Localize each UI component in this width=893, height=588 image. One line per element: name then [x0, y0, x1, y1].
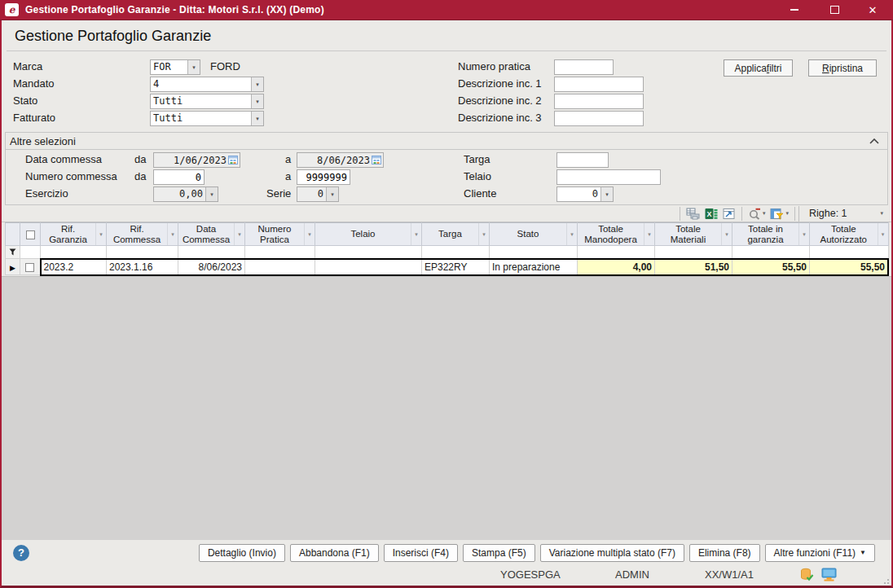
column-dropdown-icon[interactable]: ▾: [878, 223, 888, 245]
marca-combo[interactable]: FOR ▾: [150, 59, 200, 75]
minimize-button[interactable]: [776, 0, 813, 20]
applica-filtri-button[interactable]: Applica filtri: [724, 59, 793, 77]
toolbar-separator: [794, 207, 795, 221]
descrizione1-input[interactable]: [554, 77, 644, 92]
data-commessa-da-field[interactable]: 1/06/2023: [153, 152, 240, 168]
chevron-down-icon[interactable]: ▾: [251, 94, 263, 108]
checkbox[interactable]: [26, 230, 35, 239]
column-dropdown-icon[interactable]: ▾: [644, 223, 654, 245]
svg-text:X: X: [706, 210, 711, 218]
data-commessa-a-field[interactable]: 8/06/2023: [297, 152, 384, 168]
column-dropdown-icon[interactable]: ▾: [478, 223, 489, 245]
marca-label: Marca: [13, 59, 42, 74]
column-dropdown-icon[interactable]: ▾: [234, 223, 244, 245]
column-dropdown-icon[interactable]: ▾: [411, 223, 421, 245]
cell-rif-commessa: 2023.1.16: [107, 259, 178, 275]
stato-combo[interactable]: Tutti ▾: [150, 94, 264, 109]
marca-display: FORD: [210, 59, 240, 74]
row-pointer-icon: ▶: [10, 264, 15, 272]
calendar-icon[interactable]: [371, 154, 382, 166]
abbandona-button[interactable]: Abbandona (F1): [290, 544, 379, 562]
row-checkbox-cell[interactable]: [20, 259, 41, 275]
chevron-down-icon[interactable]: ▾: [205, 187, 218, 201]
col-data-commessa[interactable]: DataCommessa▾: [178, 223, 245, 246]
altre-selezioni-title: Altre selezioni: [10, 135, 869, 147]
page-title: Gestione Portafoglio Garanzie: [15, 28, 878, 45]
data-commessa-a-label: a: [285, 152, 291, 167]
telaio-input[interactable]: [556, 169, 661, 185]
serie-combo[interactable]: 0 ▾: [297, 186, 339, 202]
filter-columns-button[interactable]: ▾: [768, 206, 791, 222]
col-totale-materiali[interactable]: TotaleMateriali▾: [655, 223, 732, 246]
chevron-down-icon[interactable]: ▾: [763, 210, 766, 217]
grid-filter-row: [6, 246, 889, 259]
col-rif-garanzia[interactable]: Rif.Garanzia▾: [41, 223, 107, 246]
descrizione2-input[interactable]: [554, 94, 644, 109]
mandato-combo[interactable]: 4 ▾: [150, 77, 264, 92]
chevron-down-icon[interactable]: ▾: [880, 210, 883, 217]
calendar-icon[interactable]: [227, 154, 239, 166]
bottom-action-bar: ? Dettaglio (Invio) Abbandona (F1) Inser…: [2, 540, 891, 565]
column-dropdown-icon[interactable]: ▾: [566, 223, 577, 245]
stampa-button[interactable]: Stampa (F5): [463, 544, 535, 562]
toolbar-separator: [680, 207, 680, 221]
chevron-down-icon[interactable]: ▾: [785, 210, 789, 217]
row-selector-cell[interactable]: ▶: [6, 259, 20, 275]
column-dropdown-icon[interactable]: ▾: [95, 223, 106, 245]
elimina-button[interactable]: Elimina (F8): [689, 544, 760, 562]
chevron-down-icon[interactable]: ▾: [326, 187, 338, 201]
column-dropdown-icon[interactable]: ▾: [798, 223, 809, 245]
numero-commessa-label: Numero commessa: [25, 169, 117, 184]
column-dropdown-icon[interactable]: ▾: [721, 223, 732, 245]
close-button[interactable]: ✕: [854, 0, 891, 20]
col-stato[interactable]: Stato▾: [490, 223, 578, 246]
altre-funzioni-button[interactable]: Altre funzioni (F11)▼: [765, 544, 875, 562]
maximize-button[interactable]: [816, 0, 853, 20]
chevron-down-icon[interactable]: ▾: [187, 60, 200, 74]
numero-pratica-input[interactable]: [554, 59, 614, 75]
column-dropdown-icon[interactable]: ▾: [304, 223, 315, 245]
search-button[interactable]: ▾: [746, 206, 768, 222]
col-rif-commessa[interactable]: Rif.Commessa▾: [107, 223, 178, 246]
numero-commessa-da-input[interactable]: [153, 169, 205, 185]
cell-data-commessa: 8/06/2023: [178, 259, 245, 275]
print-grid-button[interactable]: [684, 206, 702, 222]
descrizione3-input[interactable]: [554, 111, 644, 126]
chevron-down-icon[interactable]: ▾: [600, 187, 613, 201]
altre-selezioni-section: Altre selezioni Data commessa da 1/06/20…: [5, 132, 888, 205]
righe-selector[interactable]: Righe: 1 ▾: [798, 206, 888, 222]
descrizione3-label: Descrizione inc. 3: [458, 111, 542, 125]
chevron-up-icon[interactable]: [869, 138, 879, 144]
col-targa[interactable]: Targa▾: [422, 223, 490, 246]
dettaglio-button[interactable]: Dettaglio (Invio): [199, 544, 285, 562]
grid-layout-button[interactable]: [720, 206, 738, 222]
fatturato-combo[interactable]: Tutti ▾: [150, 111, 264, 126]
cliente-combo[interactable]: 0 ▾: [556, 186, 614, 202]
inserisci-button[interactable]: Inserisci (F4): [384, 544, 458, 562]
help-button[interactable]: ?: [13, 545, 29, 561]
cell-totale-in-garanzia: 55,50: [732, 259, 810, 275]
targa-input[interactable]: [556, 152, 609, 168]
table-row[interactable]: ▶ 2023.2 2023.1.16 8/06/2023 EP322RY In …: [6, 259, 889, 275]
column-dropdown-icon[interactable]: ▾: [167, 223, 178, 245]
esercizio-label: Esercizio: [25, 186, 68, 201]
esercizio-combo[interactable]: 0,00 ▾: [153, 186, 218, 202]
results-grid: Rif.Garanzia▾ Rif.Commessa▾ DataCommessa…: [5, 222, 889, 276]
export-excel-button[interactable]: X: [702, 206, 720, 222]
mandato-value: 4: [151, 77, 251, 91]
chevron-down-icon[interactable]: ▾: [251, 112, 263, 125]
ripristina-button[interactable]: Ripristina: [808, 59, 877, 77]
cell-numero-pratica: [245, 259, 315, 275]
col-numero-pratica[interactable]: NumeroPratica▾: [245, 223, 315, 246]
select-all-checkbox-header[interactable]: [20, 223, 41, 246]
altre-selezioni-header[interactable]: Altre selezioni: [6, 133, 887, 150]
checkbox[interactable]: [25, 263, 34, 272]
col-telaio[interactable]: Telaio▾: [315, 223, 422, 246]
col-totale-in-garanzia[interactable]: Totale ingaranzia▾: [732, 223, 810, 246]
col-totale-autorizzato[interactable]: TotaleAutorizzato▾: [810, 223, 889, 246]
col-totale-manodopera[interactable]: TotaleManodopera▾: [578, 223, 655, 246]
variazione-multipla-stato-button[interactable]: Variazione multipla stato (F7): [540, 544, 684, 562]
resize-grip[interactable]: [881, 576, 889, 584]
chevron-down-icon[interactable]: ▾: [251, 77, 263, 91]
numero-commessa-a-input[interactable]: [297, 169, 350, 185]
